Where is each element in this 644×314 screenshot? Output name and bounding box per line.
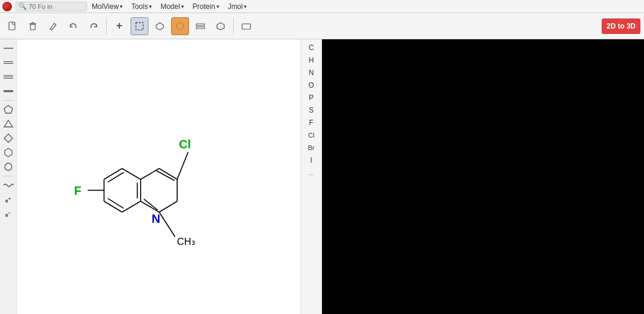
element-I[interactable]: I [303,154,320,166]
delete-button[interactable] [24,17,42,35]
svg-line-25 [104,169,122,179]
lasso-button[interactable] [151,17,169,35]
app-icon [2,2,12,11]
chevron-down-icon: ▾ [120,4,123,10]
svg-line-37 [159,201,177,212]
diamond-tool[interactable] [2,132,15,145]
svg-line-29 [104,201,122,212]
element-C[interactable]: C [303,42,320,54]
left-separator [3,100,14,101]
svg-rect-0 [9,22,15,30]
cl-label: Cl [179,138,191,151]
molecule-3d-svg [322,39,644,314]
svg-line-38 [141,201,159,212]
f-label: F [74,184,81,197]
svg-rect-9 [196,24,205,26]
eplus-tool[interactable]: e+ [2,193,15,206]
canvas-2d[interactable]: Cl F N CH₃ [17,39,301,314]
menubar: 🔍 70 Fo in MolView ▾ Tools ▾ Model ▾ Pro… [0,0,644,13]
atom-button[interactable] [171,17,189,35]
separator [106,18,107,35]
select-rect-button[interactable] [131,17,148,35]
svg-marker-21 [4,120,13,127]
svg-point-8 [177,23,184,30]
ch3-label: CH₃ [177,236,195,247]
add-button[interactable]: + [110,17,128,35]
chevron-down-icon: ▾ [181,4,184,10]
svg-rect-10 [196,27,205,29]
element-O[interactable]: O [303,79,320,91]
single-bond-tool[interactable] [2,42,15,55]
btn-2d-to-3d[interactable]: 2D to 3D [602,18,640,34]
svg-line-31 [108,172,124,182]
view-3d[interactable] [322,39,644,314]
menu-protein[interactable]: Protein ▾ [189,1,223,12]
element-Br[interactable]: Br [303,142,320,154]
toolbar: + 2D to 3D [0,13,644,39]
erase-button[interactable] [237,17,255,35]
separator [233,18,234,35]
svg-marker-22 [4,134,13,142]
eplus-label: e+ [5,196,11,204]
svg-marker-7 [156,23,163,30]
eminus-tool[interactable]: e− [2,207,15,220]
molecule-2d-svg: Cl F N CH₃ [17,39,301,314]
n-label: N [151,212,160,225]
search-box[interactable]: 🔍 70 Fo in [16,2,87,11]
svg-line-26 [122,169,141,179]
triple-bond-tool[interactable] [2,70,15,83]
main-area: e+ e− [0,39,644,314]
left-tools-panel: e+ e− [0,39,17,314]
svg-line-34 [141,169,159,179]
element-more[interactable]: ... [303,167,320,179]
wavy-tool[interactable] [2,179,15,192]
element-P[interactable]: P [303,92,320,104]
menu-tools[interactable]: Tools ▾ [128,1,156,12]
redo-button[interactable] [85,17,103,35]
menu-jmol[interactable]: Jmol ▾ [224,1,250,12]
menu-molview[interactable]: MolView ▾ [88,1,126,12]
svg-marker-20 [4,105,13,113]
svg-marker-11 [217,23,224,30]
draw-button[interactable] [44,17,62,35]
svg-marker-23 [5,148,12,157]
svg-point-24 [5,163,12,170]
new-button[interactable] [4,17,21,35]
search-text: 70 Fo in [29,3,52,10]
hexagon-tool[interactable] [2,146,15,159]
menu-model[interactable]: Model ▾ [157,1,188,12]
chevron-down-icon: ▾ [216,4,219,10]
element-Cl[interactable]: Cl [303,129,320,141]
circle-tool[interactable] [2,160,15,173]
element-N[interactable]: N [303,67,320,79]
element-panel: C H N O P S F Cl Br I ... [301,39,322,314]
triangle-tool[interactable] [2,117,15,130]
bold-bond-tool[interactable] [2,85,15,98]
eminus-label: e− [5,210,11,218]
svg-line-33 [108,198,124,208]
svg-line-41 [177,152,188,179]
svg-line-43 [159,212,175,237]
svg-rect-12 [242,24,250,29]
chevron-down-icon: ▾ [149,4,152,10]
chevron-down-icon: ▾ [244,4,247,10]
double-bond-tool[interactable] [2,56,15,69]
element-S[interactable]: S [303,104,320,116]
ring-button[interactable] [212,17,230,35]
bond-button[interactable] [191,17,209,35]
element-H[interactable]: H [303,54,320,66]
left-separator [3,176,14,176]
pentagon-tool[interactable] [2,103,15,116]
svg-rect-6 [136,23,143,30]
search-icon: 🔍 [18,2,27,10]
undo-button[interactable] [64,17,82,35]
svg-line-28 [122,201,141,212]
element-F[interactable]: F [303,117,320,129]
svg-rect-1 [30,24,35,30]
